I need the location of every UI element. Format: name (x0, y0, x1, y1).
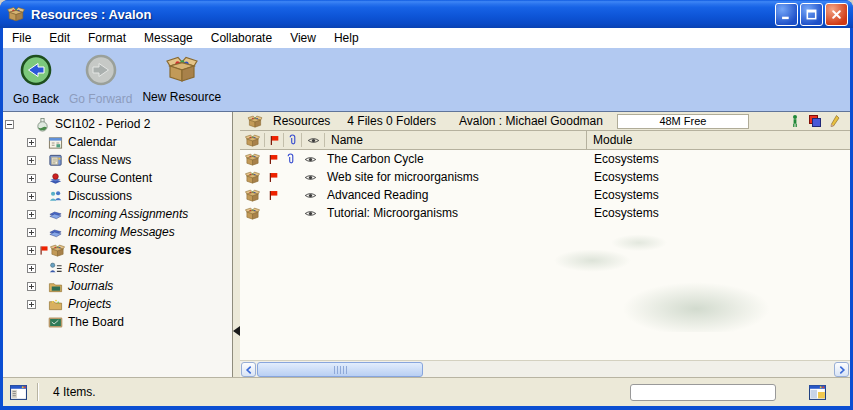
tree-item-course-content[interactable]: Course Content (3, 169, 232, 187)
board-icon (48, 315, 63, 330)
scroll-right-button[interactable] (834, 362, 849, 377)
horizontal-scrollbar[interactable] (240, 360, 850, 378)
resources-panel: Resources 4 Files 0 Folders Avalon : Mic… (240, 112, 850, 378)
title-bar: Resources : Avalon (0, 0, 853, 28)
expand-box-icon[interactable] (27, 300, 36, 309)
file-module: Ecosystems (588, 170, 659, 184)
menu-message[interactable]: Message (135, 29, 202, 47)
tree-item-the-board[interactable]: The Board (3, 313, 232, 331)
column-flag[interactable] (265, 133, 284, 147)
calendar-icon (48, 135, 63, 150)
window-panes-icon[interactable] (809, 385, 826, 400)
flag-icon (38, 244, 50, 257)
chevron-left-icon (245, 366, 253, 374)
eye-icon (306, 134, 321, 147)
chevron-right-icon (838, 366, 846, 374)
pencil-icon[interactable] (829, 114, 841, 128)
maximize-button[interactable] (800, 3, 823, 26)
expand-box-icon[interactable] (27, 228, 36, 237)
inbox-icon (48, 207, 63, 222)
tree-item-class-news[interactable]: Class News (3, 151, 232, 169)
go-back-button[interactable]: Go Back (13, 53, 59, 106)
expand-box-icon[interactable] (27, 282, 36, 291)
package-icon (245, 152, 260, 167)
go-forward-label: Go Forward (69, 92, 132, 106)
tree-item-discussions[interactable]: Discussions (3, 187, 232, 205)
menu-collaborate[interactable]: Collaborate (202, 29, 281, 47)
panel-header: Resources 4 Files 0 Folders Avalon : Mic… (240, 112, 850, 131)
eye-icon (303, 189, 318, 202)
menu-help[interactable]: Help (325, 29, 368, 47)
column-item-icon[interactable] (240, 133, 265, 147)
file-name: Advanced Reading (321, 188, 588, 202)
scroll-left-button[interactable] (241, 362, 256, 377)
tree-item-roster[interactable]: Roster (3, 259, 232, 277)
close-button[interactable] (825, 3, 848, 26)
file-module: Ecosystems (588, 188, 659, 202)
app-window: Resources : Avalon File Edit Format Mess… (0, 0, 853, 410)
expand-box-icon[interactable] (27, 174, 36, 183)
table-row[interactable]: Advanced Reading Ecosystems (240, 186, 850, 204)
minimize-button[interactable] (775, 3, 798, 26)
expand-box-icon[interactable] (27, 138, 36, 147)
eye-icon (303, 171, 318, 184)
menu-file[interactable]: File (3, 29, 40, 47)
back-icon (19, 53, 53, 90)
tree-item-resources[interactable]: Resources (3, 241, 232, 259)
menu-edit[interactable]: Edit (40, 29, 79, 47)
table-row[interactable]: Tutorial: Microorganisms Ecosystems (240, 204, 850, 222)
account-label: Avalon : Michael Goodman (459, 114, 603, 128)
table-row[interactable]: The Carbon Cycle Ecosystems (240, 150, 850, 168)
flag-icon (267, 171, 280, 184)
person-icon[interactable] (789, 114, 801, 128)
roster-icon (48, 261, 63, 276)
expand-box-icon[interactable] (27, 156, 36, 165)
grip-icon (334, 366, 347, 374)
collapse-box-icon[interactable] (5, 120, 14, 129)
flag-icon (267, 153, 280, 166)
file-module: Ecosystems (588, 152, 659, 166)
tree-item-calendar[interactable]: Calendar (3, 133, 232, 151)
tree-item-journals[interactable]: Journals (3, 277, 232, 295)
background-watermark (535, 227, 795, 332)
package-icon (245, 188, 260, 203)
menu-view[interactable]: View (281, 29, 325, 47)
column-viewed[interactable] (302, 133, 325, 147)
eye-icon (303, 153, 318, 166)
scrollbar-thumb[interactable] (257, 362, 423, 377)
column-module[interactable]: Module (587, 133, 632, 147)
flag-icon (267, 189, 280, 202)
expand-box-icon[interactable] (27, 264, 36, 273)
tree-item-projects[interactable]: Projects (3, 295, 232, 313)
table-row[interactable]: Web site for microorganisms Ecosystems (240, 168, 850, 186)
collapse-panel-icon[interactable] (233, 326, 240, 336)
package-icon (245, 206, 260, 221)
paperclip-icon (284, 153, 297, 166)
menu-format[interactable]: Format (79, 29, 135, 47)
expand-box-icon[interactable] (27, 192, 36, 201)
status-field[interactable] (630, 384, 776, 401)
file-name: Tutorial: Microorganisms (321, 206, 588, 220)
tree-item-root[interactable]: SCI102 - Period 2 (3, 115, 232, 133)
tree-item-incoming-assignments[interactable]: Incoming Assignments (3, 205, 232, 223)
news-icon (48, 153, 63, 168)
go-forward-button[interactable]: Go Forward (69, 53, 132, 106)
projects-icon (48, 297, 63, 312)
discussions-icon (48, 189, 63, 204)
forward-icon (84, 53, 118, 90)
item-count-label: 4 Items. (53, 385, 96, 399)
window-list-icon[interactable] (10, 385, 27, 400)
expand-box-icon[interactable] (27, 210, 36, 219)
layers-icon[interactable] (808, 114, 822, 128)
column-attachment[interactable] (284, 133, 302, 147)
package-icon (245, 133, 260, 148)
sidebar-tree: SCI102 - Period 2 Calendar Class News Co… (3, 112, 232, 378)
package-icon (7, 5, 25, 23)
tree-item-incoming-messages[interactable]: Incoming Messages (3, 223, 232, 241)
file-name: The Carbon Cycle (321, 152, 588, 166)
column-header-row: Name Module (240, 131, 850, 150)
course-content-icon (48, 171, 63, 186)
expand-box-icon[interactable] (27, 246, 36, 255)
new-resource-button[interactable]: New Resource (142, 53, 221, 104)
column-name[interactable]: Name (325, 131, 587, 149)
